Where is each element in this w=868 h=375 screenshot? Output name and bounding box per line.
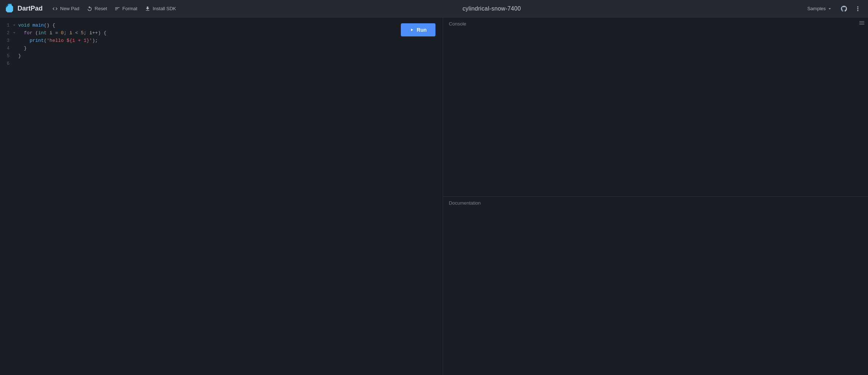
reset-button[interactable]: Reset (83, 4, 111, 14)
line-content-3: print('hello ${i + 1}'); (18, 37, 443, 45)
logo-area: DartPad (4, 4, 43, 14)
line-fold-3 (13, 37, 18, 44)
code-editor[interactable]: 1 ▾ void main() { 2 ▾ for (int i = 0; i … (0, 17, 443, 375)
play-icon (410, 28, 414, 32)
line-fold-5 (13, 52, 18, 59)
format-icon (114, 6, 120, 12)
new-pad-label: New Pad (60, 6, 79, 11)
reset-label: Reset (95, 6, 107, 11)
line-content-6 (18, 60, 443, 68)
run-button-container: Run (401, 23, 435, 36)
toolbar: DartPad New Pad Reset Format Install SDK… (0, 0, 868, 17)
line-number-6: 6 (0, 60, 13, 67)
more-options-button[interactable] (852, 3, 864, 15)
console-menu-icon[interactable] (859, 20, 865, 27)
pad-title: cylindrical-snow-7400 (180, 5, 804, 12)
samples-label: Samples (807, 6, 826, 11)
reset-icon (87, 6, 93, 12)
format-label: Format (122, 6, 137, 11)
run-label: Run (417, 27, 427, 33)
line-fold-4 (13, 45, 18, 51)
line-number-5: 5 (0, 52, 13, 60)
dart-logo-icon (4, 4, 15, 14)
code-line-1: 1 ▾ void main() { (0, 22, 443, 29)
editor-panel: Run 1 ▾ void main() { 2 ▾ for (int i = 0… (0, 17, 443, 375)
line-fold-6 (13, 60, 18, 67)
download-icon (145, 6, 150, 12)
github-icon (840, 5, 848, 12)
right-panel: Console Documentation (443, 17, 868, 375)
code-line-6: 6 (0, 60, 443, 68)
right-actions: Samples (804, 3, 864, 15)
code-icon (52, 6, 58, 12)
github-button[interactable] (838, 3, 850, 15)
documentation-header: Documentation (443, 197, 868, 209)
line-content-2: for (int i = 0; i < 5; i++) { (18, 29, 443, 37)
format-button[interactable]: Format (111, 4, 141, 14)
install-sdk-label: Install SDK (153, 6, 176, 11)
main-content: Run 1 ▾ void main() { 2 ▾ for (int i = 0… (0, 17, 868, 375)
line-fold-1[interactable]: ▾ (13, 22, 18, 28)
samples-button[interactable]: Samples (804, 4, 836, 13)
code-line-5: 5 } (0, 52, 443, 60)
console-header: Console (443, 17, 868, 30)
console-panel: Console (443, 17, 868, 197)
line-number-2: 2 (0, 29, 13, 37)
line-number-4: 4 (0, 45, 13, 52)
code-line-4: 4 } (0, 45, 443, 52)
line-content-4: } (18, 45, 443, 52)
app-name: DartPad (17, 5, 43, 12)
install-sdk-button[interactable]: Install SDK (141, 4, 180, 14)
run-button[interactable]: Run (401, 23, 435, 36)
new-pad-button[interactable]: New Pad (48, 4, 83, 14)
documentation-content (443, 209, 868, 375)
chevron-down-icon (827, 6, 832, 11)
documentation-panel: Documentation (443, 197, 868, 375)
console-content (443, 30, 868, 196)
code-line-2: 2 ▾ for (int i = 0; i < 5; i++) { (0, 29, 443, 37)
line-fold-2[interactable]: ▾ (13, 29, 18, 36)
code-line-3: 3 print('hello ${i + 1}'); (0, 37, 443, 45)
line-number-3: 3 (0, 37, 13, 44)
line-content-1: void main() { (18, 22, 443, 29)
more-vert-icon (854, 5, 861, 12)
line-number-1: 1 (0, 22, 13, 29)
line-content-5: } (18, 52, 443, 60)
